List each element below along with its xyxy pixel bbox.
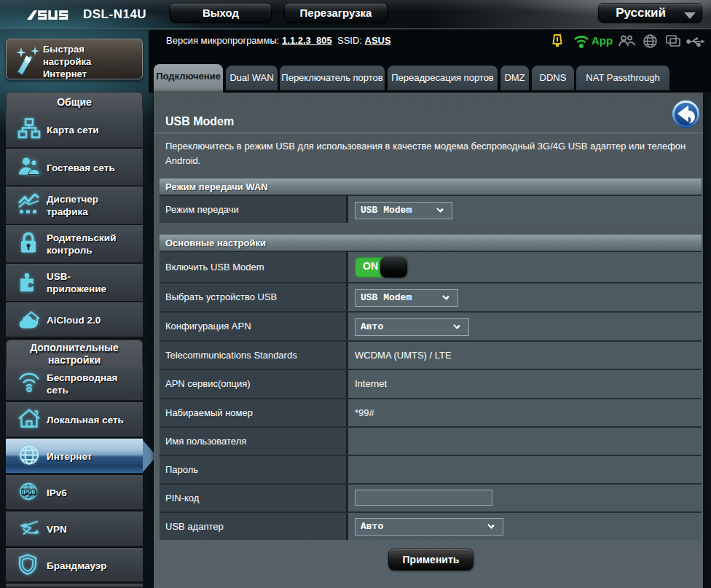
svg-text:IPv6: IPv6 [22,488,36,495]
